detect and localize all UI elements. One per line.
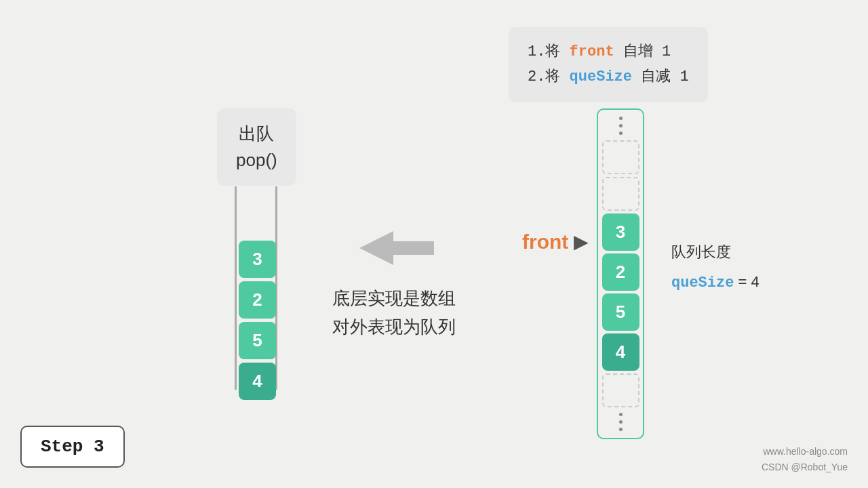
front-arrow-icon: ▶	[574, 232, 587, 253]
center-line1: 底层实现是数组	[332, 285, 456, 313]
quesize-value: 4	[751, 273, 760, 290]
right-array: 3 2 5 4	[597, 108, 644, 439]
pop-line2: pop()	[236, 147, 277, 174]
top-dots-icon	[619, 114, 623, 138]
right-empty-cell-1	[602, 140, 639, 174]
code-line1: 1.将 front 自增 1	[528, 39, 689, 64]
right-cell-5: 5	[602, 293, 639, 331]
right-cell-4: 4	[602, 333, 639, 371]
queue-length-label: 队列长度	[671, 237, 760, 267]
queue-size-line: queSize = 4	[671, 267, 760, 298]
left-cell-5: 5	[239, 322, 276, 359]
watermark: www.hello-algo.com CSDN @Robot_Yue	[762, 444, 848, 474]
quesize-label: queSize	[671, 274, 734, 291]
code-line1-suffix: 自增 1	[614, 43, 671, 60]
code-line2: 2.将 queSize 自减 1	[528, 64, 689, 89]
pop-box: 出队 pop()	[217, 108, 296, 186]
front-text: front	[522, 230, 568, 253]
quesize-equals: =	[734, 273, 751, 290]
watermark-line2: CSDN @Robot_Yue	[762, 460, 848, 474]
step-label: Step 3	[41, 436, 104, 457]
code-front-keyword: front	[570, 43, 614, 60]
step-box: Step 3	[20, 426, 125, 468]
left-line-left	[235, 186, 237, 390]
left-cell-3: 3	[239, 241, 276, 278]
right-cell-2: 2	[602, 253, 639, 291]
code-line1-prefix: 1.将	[528, 43, 570, 60]
code-box: 1.将 front 自增 1 2.将 queSize 自减 1	[509, 27, 708, 102]
left-array: 3 2 5 4	[239, 241, 276, 400]
center-line2: 对外表现为队列	[332, 313, 456, 342]
main-container: 1.将 front 自增 1 2.将 queSize 自减 1 出队 pop()…	[0, 0, 868, 488]
code-line2-suffix: 自减 1	[632, 68, 689, 85]
right-empty-cell-bottom	[602, 373, 639, 407]
queue-info: 队列长度 queSize = 4	[671, 237, 760, 298]
left-cell-2: 2	[239, 281, 276, 319]
right-cell-3: 3	[602, 214, 639, 251]
code-line2-prefix: 2.将	[528, 68, 570, 85]
center-text: 底层实现是数组 对外表现为队列	[332, 285, 456, 341]
watermark-line1: www.hello-algo.com	[762, 444, 848, 459]
left-arrow	[353, 221, 441, 278]
code-quesize-keyword: queSize	[570, 68, 632, 85]
bottom-dots-icon	[619, 410, 623, 434]
front-label: front ▶	[522, 230, 587, 253]
right-empty-cell-2	[602, 177, 639, 211]
pop-line1: 出队	[236, 121, 277, 147]
svg-marker-0	[359, 231, 434, 265]
left-cell-4: 4	[239, 363, 276, 400]
